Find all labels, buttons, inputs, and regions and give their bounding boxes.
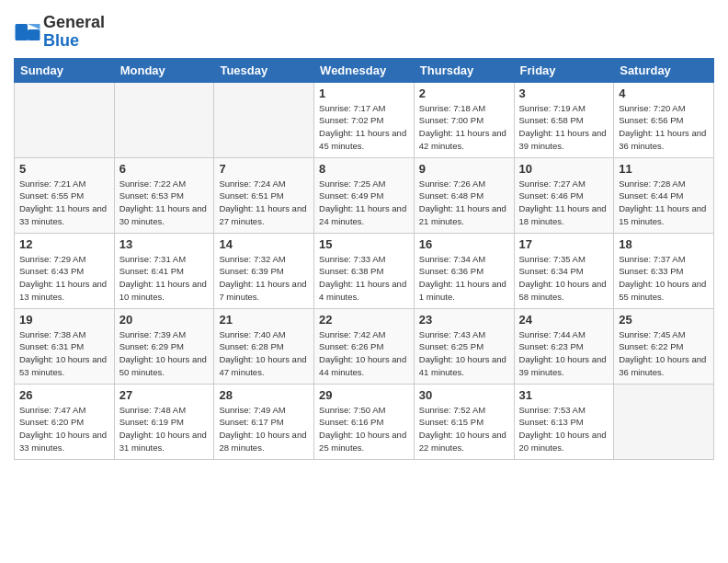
sunset-text: Sunset: 6:58 PM <box>519 115 584 125</box>
calendar-day-cell <box>214 82 314 157</box>
daylight-text: Daylight: 10 hours and 36 minutes. <box>619 354 706 377</box>
daylight-text: Daylight: 10 hours and 22 minutes. <box>419 430 506 453</box>
daylight-text: Daylight: 11 hours and 13 minutes. <box>19 279 107 302</box>
day-info: Sunrise: 7:24 AMSunset: 6:51 PMDaylight:… <box>219 178 309 228</box>
day-number: 30 <box>419 388 509 402</box>
day-number: 21 <box>219 313 309 327</box>
calendar-header-friday: Friday <box>514 58 614 82</box>
daylight-text: Daylight: 10 hours and 58 minutes. <box>519 279 607 302</box>
calendar-day-cell: 23Sunrise: 7:43 AMSunset: 6:25 PMDayligh… <box>414 308 514 384</box>
day-number: 22 <box>319 313 409 327</box>
daylight-text: Daylight: 10 hours and 53 minutes. <box>19 354 107 377</box>
daylight-text: Daylight: 10 hours and 25 minutes. <box>319 430 406 453</box>
sunrise-text: Sunrise: 7:53 AM <box>519 405 586 415</box>
day-info: Sunrise: 7:49 AMSunset: 6:17 PMDaylight:… <box>219 404 309 454</box>
sunrise-text: Sunrise: 7:31 AM <box>119 254 186 264</box>
svg-rect-1 <box>28 29 40 40</box>
calendar-day-cell: 8Sunrise: 7:25 AMSunset: 6:49 PMDaylight… <box>314 157 415 233</box>
calendar-day-cell <box>114 82 214 157</box>
day-number: 18 <box>619 237 709 251</box>
day-number: 10 <box>519 162 609 176</box>
sunset-text: Sunset: 6:26 PM <box>319 341 383 351</box>
day-number: 12 <box>19 237 109 251</box>
calendar-header-wednesday: Wednesday <box>314 58 415 82</box>
day-info: Sunrise: 7:26 AMSunset: 6:48 PMDaylight:… <box>419 178 509 228</box>
daylight-text: Daylight: 10 hours and 47 minutes. <box>219 354 306 377</box>
day-number: 1 <box>319 86 409 100</box>
day-info: Sunrise: 7:50 AMSunset: 6:16 PMDaylight:… <box>319 404 409 454</box>
calendar-day-cell: 17Sunrise: 7:35 AMSunset: 6:34 PMDayligh… <box>514 233 614 308</box>
sunset-text: Sunset: 6:28 PM <box>219 341 283 351</box>
day-info: Sunrise: 7:25 AMSunset: 6:49 PMDaylight:… <box>319 178 409 228</box>
sunset-text: Sunset: 6:31 PM <box>19 341 84 351</box>
calendar-day-cell: 2Sunrise: 7:18 AMSunset: 7:00 PMDaylight… <box>414 82 514 157</box>
day-number: 15 <box>319 237 409 251</box>
day-info: Sunrise: 7:21 AMSunset: 6:55 PMDaylight:… <box>19 178 109 228</box>
sunrise-text: Sunrise: 7:21 AM <box>19 178 85 189</box>
calendar-day-cell: 12Sunrise: 7:29 AMSunset: 6:43 PMDayligh… <box>15 233 115 308</box>
sunset-text: Sunset: 6:20 PM <box>19 417 84 427</box>
sunrise-text: Sunrise: 7:28 AM <box>619 178 685 189</box>
day-number: 6 <box>119 162 210 176</box>
day-number: 20 <box>119 313 210 327</box>
sunrise-text: Sunrise: 7:19 AM <box>519 103 586 113</box>
sunrise-text: Sunrise: 7:48 AM <box>119 405 186 415</box>
sunset-text: Sunset: 6:33 PM <box>619 266 683 276</box>
logo-icon <box>14 18 41 46</box>
daylight-text: Daylight: 11 hours and 36 minutes. <box>619 128 706 151</box>
day-number: 24 <box>519 313 609 327</box>
calendar-day-cell: 4Sunrise: 7:20 AMSunset: 6:56 PMDaylight… <box>614 82 714 157</box>
sunset-text: Sunset: 6:13 PM <box>519 417 584 427</box>
sunset-text: Sunset: 6:34 PM <box>519 266 584 276</box>
day-number: 9 <box>419 162 509 176</box>
calendar-day-cell: 15Sunrise: 7:33 AMSunset: 6:38 PMDayligh… <box>314 233 415 308</box>
sunset-text: Sunset: 6:53 PM <box>119 190 184 201</box>
sunrise-text: Sunrise: 7:52 AM <box>419 405 485 415</box>
calendar-day-cell: 28Sunrise: 7:49 AMSunset: 6:17 PMDayligh… <box>214 384 314 459</box>
day-number: 13 <box>119 237 210 251</box>
day-number: 8 <box>319 162 409 176</box>
sunrise-text: Sunrise: 7:26 AM <box>419 178 485 189</box>
daylight-text: Daylight: 11 hours and 30 minutes. <box>119 203 207 226</box>
day-number: 11 <box>619 162 709 176</box>
daylight-text: Daylight: 10 hours and 33 minutes. <box>19 430 107 453</box>
day-info: Sunrise: 7:28 AMSunset: 6:44 PMDaylight:… <box>619 178 709 228</box>
sunrise-text: Sunrise: 7:39 AM <box>119 329 186 339</box>
sunrise-text: Sunrise: 7:27 AM <box>519 178 586 189</box>
sunrise-text: Sunrise: 7:22 AM <box>119 178 186 189</box>
calendar-page: General Blue SundayMondayTuesdayWednesda… <box>0 0 728 563</box>
day-info: Sunrise: 7:33 AMSunset: 6:38 PMDaylight:… <box>319 253 409 304</box>
sunrise-text: Sunrise: 7:24 AM <box>219 178 285 189</box>
calendar-day-cell <box>15 82 115 157</box>
calendar-week-row: 1Sunrise: 7:17 AMSunset: 7:02 PMDaylight… <box>15 82 714 157</box>
sunset-text: Sunset: 6:19 PM <box>119 417 184 427</box>
daylight-text: Daylight: 11 hours and 27 minutes. <box>219 203 306 226</box>
sunset-text: Sunset: 6:22 PM <box>619 341 683 351</box>
day-info: Sunrise: 7:52 AMSunset: 6:15 PMDaylight:… <box>419 404 509 454</box>
sunset-text: Sunset: 6:17 PM <box>219 417 283 427</box>
sunset-text: Sunset: 6:51 PM <box>219 190 283 201</box>
calendar-day-cell: 24Sunrise: 7:44 AMSunset: 6:23 PMDayligh… <box>514 308 614 384</box>
daylight-text: Daylight: 10 hours and 44 minutes. <box>319 354 406 377</box>
calendar-day-cell <box>614 384 714 459</box>
sunset-text: Sunset: 6:55 PM <box>19 190 84 201</box>
sunset-text: Sunset: 6:16 PM <box>319 417 383 427</box>
day-info: Sunrise: 7:48 AMSunset: 6:19 PMDaylight:… <box>119 404 210 454</box>
daylight-text: Daylight: 10 hours and 31 minutes. <box>119 430 207 453</box>
daylight-text: Daylight: 11 hours and 21 minutes. <box>419 203 506 226</box>
sunrise-text: Sunrise: 7:47 AM <box>19 405 85 415</box>
calendar-day-cell: 14Sunrise: 7:32 AMSunset: 6:39 PMDayligh… <box>214 233 314 308</box>
calendar-table: SundayMondayTuesdayWednesdayThursdayFrid… <box>14 58 714 460</box>
daylight-text: Daylight: 11 hours and 45 minutes. <box>319 128 406 151</box>
logo: General Blue <box>14 14 105 51</box>
calendar-day-cell: 7Sunrise: 7:24 AMSunset: 6:51 PMDaylight… <box>214 157 314 233</box>
daylight-text: Daylight: 11 hours and 18 minutes. <box>519 203 607 226</box>
day-info: Sunrise: 7:38 AMSunset: 6:31 PMDaylight:… <box>19 328 109 379</box>
daylight-text: Daylight: 11 hours and 42 minutes. <box>419 128 506 151</box>
day-info: Sunrise: 7:31 AMSunset: 6:41 PMDaylight:… <box>119 253 210 304</box>
daylight-text: Daylight: 11 hours and 7 minutes. <box>219 279 306 302</box>
sunset-text: Sunset: 6:23 PM <box>519 341 584 351</box>
svg-rect-0 <box>16 24 28 40</box>
calendar-week-row: 19Sunrise: 7:38 AMSunset: 6:31 PMDayligh… <box>15 308 714 384</box>
calendar-day-cell: 18Sunrise: 7:37 AMSunset: 6:33 PMDayligh… <box>614 233 714 308</box>
